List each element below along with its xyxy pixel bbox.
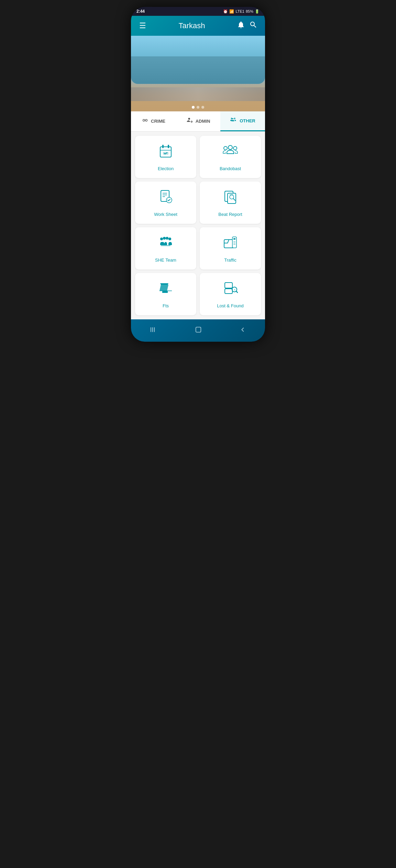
svg-point-27 [163, 237, 166, 240]
admin-icon [186, 117, 194, 126]
svg-rect-42 [151, 327, 151, 332]
menu-button[interactable]: ☰ [136, 21, 149, 30]
beatreport-label: Beat Report [218, 212, 242, 217]
svg-rect-43 [152, 327, 153, 332]
lostandfound-label: Lost & Found [217, 303, 243, 308]
grid-item-bandobast[interactable]: Bandobast [200, 136, 261, 178]
svg-rect-33 [233, 238, 235, 240]
svg-point-7 [231, 118, 232, 119]
grid-item-worksheet[interactable]: Work Sheet [135, 182, 196, 224]
sheteam-icon [157, 234, 174, 254]
tab-crime[interactable]: CRIME [131, 111, 176, 131]
search-icon [249, 21, 257, 29]
svg-point-28 [166, 237, 168, 240]
wifi-icon: 📶 [229, 9, 234, 14]
nav-back-button[interactable] [232, 324, 253, 337]
nav-home-icon [195, 326, 202, 333]
grid-item-lostandfound[interactable]: ? Lost & Found [200, 273, 261, 315]
bottom-navigation [131, 319, 265, 342]
svg-point-6 [234, 118, 235, 119]
svg-point-29 [168, 238, 171, 240]
svg-rect-9 [162, 145, 164, 148]
tab-admin[interactable]: ADMIN [176, 111, 220, 131]
svg-rect-38 [225, 289, 232, 294]
fts-svg [157, 280, 174, 296]
bandobast-icon [222, 143, 239, 163]
election-label: Election [158, 166, 174, 171]
nav-menu-button[interactable] [143, 323, 165, 338]
app-header: ☰ Tarkash [131, 16, 265, 36]
railing-element [131, 87, 265, 101]
svg-point-15 [233, 146, 237, 150]
status-time: 2:44 [136, 9, 145, 14]
svg-point-14 [224, 146, 227, 150]
traffic-svg [222, 234, 239, 251]
tab-other[interactable]: OTHER [220, 111, 265, 131]
svg-point-4 [191, 121, 192, 122]
carousel-dot-1[interactable] [192, 106, 195, 109]
svg-rect-45 [196, 327, 201, 332]
election-icon [157, 143, 174, 163]
handcuffs-icon [141, 117, 149, 124]
group-icon [230, 116, 238, 124]
worksheet-icon [157, 188, 174, 208]
fts-label: Fts [163, 303, 169, 308]
search-button[interactable] [247, 21, 260, 31]
grid-item-election[interactable]: Election [135, 136, 196, 178]
other-icon [230, 116, 238, 125]
beatreport-icon [222, 188, 239, 208]
election-svg [157, 143, 174, 159]
nav-back-icon [239, 326, 246, 333]
sheteam-label: SHE Team [155, 257, 176, 263]
water-element [131, 56, 265, 84]
traffic-label: Traffic [224, 257, 236, 263]
grid-item-beatreport[interactable]: Beat Report [200, 182, 261, 224]
svg-point-5 [232, 118, 234, 120]
bandobast-svg [222, 143, 239, 159]
worksheet-svg [157, 188, 174, 205]
nav-home-button[interactable] [188, 324, 209, 337]
hero-banner [131, 36, 265, 111]
signal-label: LTE1 [235, 9, 244, 13]
svg-rect-44 [154, 327, 155, 332]
battery-label: 85% [246, 9, 253, 13]
grid-item-sheteam[interactable]: SHE Team [135, 227, 196, 270]
crime-icon [141, 117, 149, 126]
svg-line-40 [236, 291, 238, 293]
bandobast-label: Bandobast [220, 166, 241, 171]
svg-point-13 [228, 145, 232, 150]
lostandfound-icon: ? [222, 280, 239, 300]
sheteam-svg [157, 234, 174, 251]
grid-item-traffic[interactable]: Traffic [200, 227, 261, 270]
nav-menu-icon [150, 326, 158, 334]
phone-frame: 2:44 ⏰ 📶 LTE1 85% 🔋 ☰ Tarkash [131, 7, 265, 342]
category-tabs: CRIME ADMIN [131, 111, 265, 132]
battery-icon: 🔋 [255, 9, 260, 14]
svg-point-0 [143, 119, 145, 121]
svg-point-1 [145, 119, 147, 121]
carousel-dots [192, 106, 204, 109]
svg-point-26 [160, 238, 163, 240]
menu-grid: Election Bandobast [131, 132, 265, 319]
status-indicators: ⏰ 📶 LTE1 85% 🔋 [223, 9, 260, 14]
tab-other-label: OTHER [240, 118, 255, 123]
grid-item-fts[interactable]: Fts [135, 273, 196, 315]
tab-crime-label: CRIME [151, 119, 165, 124]
alarm-icon: ⏰ [223, 9, 228, 14]
status-bar: 2:44 ⏰ 📶 LTE1 85% 🔋 [131, 7, 265, 16]
svg-rect-10 [168, 145, 169, 148]
notification-button[interactable] [235, 21, 247, 31]
beatreport-svg [222, 188, 239, 205]
svg-point-3 [188, 118, 190, 120]
person-settings-icon [186, 117, 194, 124]
svg-text:?: ? [234, 288, 235, 292]
carousel-dot-2[interactable] [197, 106, 199, 109]
worksheet-label: Work Sheet [154, 212, 177, 217]
fts-icon [157, 280, 174, 300]
app-title: Tarkash [149, 21, 235, 30]
tab-admin-label: ADMIN [196, 119, 210, 124]
svg-rect-37 [225, 283, 232, 288]
svg-rect-30 [161, 245, 170, 246]
carousel-dot-3[interactable] [201, 106, 204, 109]
traffic-icon [222, 234, 239, 254]
